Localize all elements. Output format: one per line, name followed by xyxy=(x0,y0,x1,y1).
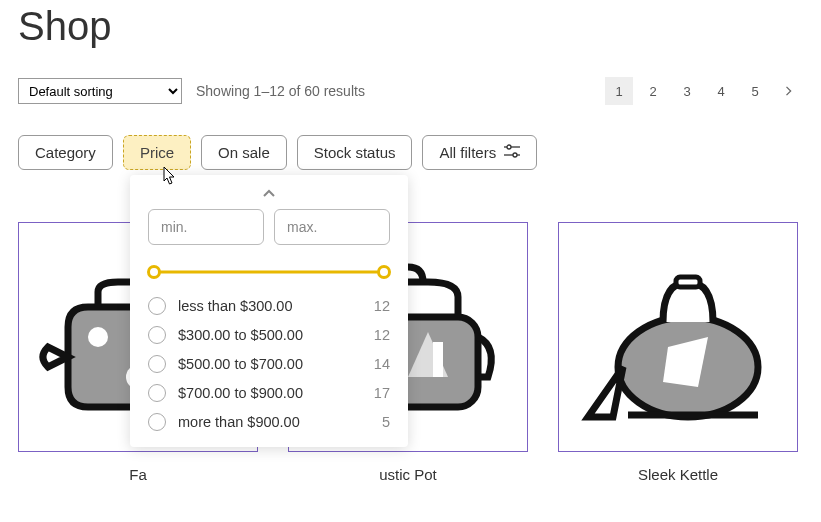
filter-on-sale[interactable]: On sale xyxy=(201,135,287,170)
price-filter-panel: less than $300.00 12 $300.00 to $500.00 … xyxy=(130,175,408,447)
price-option-2[interactable]: $500.00 to $700.00 14 xyxy=(148,355,390,373)
svg-rect-13 xyxy=(676,277,700,287)
price-max-input[interactable] xyxy=(274,209,390,245)
product-title: ustic Pot xyxy=(288,466,528,483)
price-option-count: 17 xyxy=(374,385,390,401)
price-option-label: less than $300.00 xyxy=(178,298,362,314)
price-option-count: 12 xyxy=(374,327,390,343)
result-count: Showing 1–12 of 60 results xyxy=(196,83,591,99)
toolbar: Default sorting Showing 1–12 of 60 resul… xyxy=(18,77,803,105)
svg-point-4 xyxy=(88,327,108,347)
filter-category[interactable]: Category xyxy=(18,135,113,170)
svg-point-1 xyxy=(507,145,511,149)
radio-icon xyxy=(148,413,166,431)
filter-all-filters[interactable]: All filters xyxy=(422,135,537,170)
price-options-list: less than $300.00 12 $300.00 to $500.00 … xyxy=(148,297,390,431)
product-image xyxy=(558,222,798,452)
price-option-label: $300.00 to $500.00 xyxy=(178,327,362,343)
pagination: 1 2 3 4 5 xyxy=(605,77,803,105)
price-range-inputs xyxy=(148,209,390,245)
price-option-count: 12 xyxy=(374,298,390,314)
radio-icon xyxy=(148,297,166,315)
page-4[interactable]: 4 xyxy=(707,77,735,105)
price-min-input[interactable] xyxy=(148,209,264,245)
sliders-icon xyxy=(504,144,520,161)
chevron-right-icon xyxy=(785,86,793,96)
page-1[interactable]: 1 xyxy=(605,77,633,105)
all-filters-label: All filters xyxy=(439,144,496,161)
filter-price[interactable]: Price xyxy=(123,135,191,170)
price-slider[interactable] xyxy=(154,265,384,279)
page-2[interactable]: 2 xyxy=(639,77,667,105)
price-option-1[interactable]: $300.00 to $500.00 12 xyxy=(148,326,390,344)
page-3[interactable]: 3 xyxy=(673,77,701,105)
radio-icon xyxy=(148,384,166,402)
filter-stock-status[interactable]: Stock status xyxy=(297,135,413,170)
radio-icon xyxy=(148,355,166,373)
price-option-0[interactable]: less than $300.00 12 xyxy=(148,297,390,315)
page-title: Shop xyxy=(18,4,803,49)
slider-track-line xyxy=(154,271,384,274)
slider-handle-min[interactable] xyxy=(147,265,161,279)
price-option-label: $500.00 to $700.00 xyxy=(178,356,362,372)
price-option-count: 14 xyxy=(374,356,390,372)
price-option-3[interactable]: $700.00 to $900.00 17 xyxy=(148,384,390,402)
svg-rect-10 xyxy=(433,342,443,377)
sort-select[interactable]: Default sorting xyxy=(18,78,182,104)
product-title: Sleek Kettle xyxy=(558,466,798,483)
page-5[interactable]: 5 xyxy=(741,77,769,105)
radio-icon xyxy=(148,326,166,344)
price-option-count: 5 xyxy=(382,414,390,430)
collapse-button[interactable] xyxy=(148,189,390,199)
chevron-up-icon xyxy=(262,189,276,199)
price-option-4[interactable]: more than $900.00 5 xyxy=(148,413,390,431)
price-option-label: more than $900.00 xyxy=(178,414,370,430)
product-card-2[interactable]: Sleek Kettle xyxy=(558,222,798,485)
price-option-label: $700.00 to $900.00 xyxy=(178,385,362,401)
page-next[interactable] xyxy=(775,77,803,105)
product-title: Fa xyxy=(18,466,258,483)
svg-point-3 xyxy=(513,153,517,157)
filters-row: Category Price On sale Stock status All … xyxy=(18,135,803,170)
slider-handle-max[interactable] xyxy=(377,265,391,279)
